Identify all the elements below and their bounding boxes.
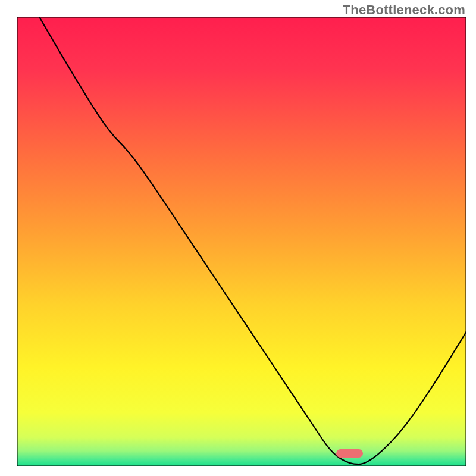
chart-container: TheBottleneck.com — [0, 0, 476, 476]
gradient-background — [17, 17, 466, 466]
plot-area — [17, 17, 466, 466]
chart-svg — [17, 17, 466, 466]
minimum-marker — [336, 449, 363, 458]
watermark-text: TheBottleneck.com — [343, 2, 465, 18]
